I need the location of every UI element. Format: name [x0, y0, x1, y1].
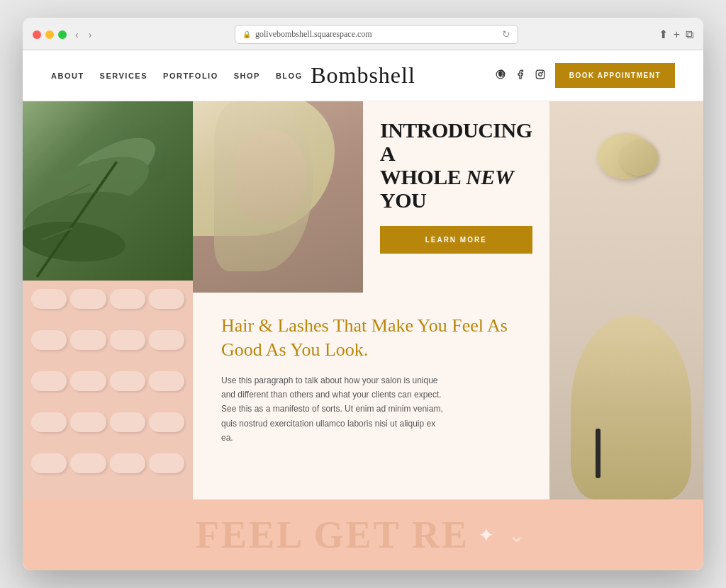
hair-bun-image	[549, 101, 703, 499]
arrow-decoration: ⌄	[508, 524, 525, 547]
facebook-icon[interactable]	[515, 69, 525, 82]
text-content: Hair & Lashes That Make You Feel As Good…	[193, 293, 549, 499]
svg-point-3	[542, 72, 542, 72]
forward-button[interactable]: ›	[86, 28, 95, 42]
browser-chrome: ‹ › 🔒 golivebombshell.squarespace.com ↻ …	[23, 18, 703, 50]
minimize-button[interactable]	[45, 30, 54, 39]
maximize-button[interactable]	[58, 30, 67, 39]
refresh-icon[interactable]: ↻	[502, 28, 510, 40]
windows-button[interactable]: ⧉	[686, 28, 693, 41]
site-header: ABOUT SERVICES PORTFOLIO SHOP BLOG Bombs…	[23, 50, 703, 101]
pinterest-icon[interactable]	[496, 69, 506, 82]
section-heading: Hair & Lashes That Make You Feel As Good…	[221, 314, 521, 362]
new-tab-button[interactable]: +	[674, 28, 680, 41]
svg-point-2	[538, 72, 542, 76]
close-button[interactable]	[33, 30, 41, 39]
back-button[interactable]: ‹	[72, 28, 82, 42]
browser-window: ‹ › 🔒 golivebombshell.squarespace.com ↻ …	[23, 18, 703, 570]
nav-shop[interactable]: SHOP	[234, 72, 260, 80]
content-below-hero: Hair & Lashes That Make You Feel As Good…	[193, 293, 549, 499]
svg-rect-1	[536, 70, 544, 79]
hero-headline: INTRODUCING A WHOLE NEW YOU	[380, 118, 532, 212]
section-body: Use this paragraph to talk about how you…	[221, 373, 448, 446]
nav-services[interactable]: SERVICES	[100, 72, 147, 80]
pills-image	[23, 281, 193, 499]
site-logo: Bombshell	[311, 62, 415, 89]
chrome-actions: ⬆ + ⧉	[659, 28, 693, 41]
hero-text-overlay: INTRODUCING A WHOLE NEW YOU LEARN MORE	[363, 101, 549, 293]
right-image-panel	[549, 101, 703, 499]
left-image-panel	[23, 101, 193, 499]
website: ABOUT SERVICES PORTFOLIO SHOP BLOG Bombs…	[23, 50, 703, 570]
bottom-section: FEEL GET RE ✦ ⌄	[23, 499, 703, 570]
url-text: golivebombshell.squarespace.com	[255, 29, 372, 40]
lock-icon: 🔒	[242, 30, 251, 38]
hero-section: INTRODUCING A WHOLE NEW YOU LEARN MORE H…	[23, 101, 703, 499]
traffic-lights	[33, 30, 67, 39]
bottom-text: FEEL GET RE	[196, 513, 469, 557]
nav-left: ABOUT SERVICES PORTFOLIO SHOP BLOG	[51, 72, 303, 80]
learn-more-button[interactable]: LEARN MORE	[380, 226, 532, 254]
nav-portfolio[interactable]: PORTFOLIO	[163, 72, 218, 80]
star-decoration: ✦	[478, 524, 494, 547]
nav-blog[interactable]: BLOG	[276, 72, 303, 80]
book-appointment-button[interactable]: BOOK APPOINTMENT	[555, 63, 675, 88]
address-bar[interactable]: 🔒 golivebombshell.squarespace.com ↻	[235, 25, 518, 44]
nav-about[interactable]: ABOUT	[51, 72, 84, 80]
center-panel: INTRODUCING A WHOLE NEW YOU LEARN MORE H…	[193, 101, 549, 499]
share-button[interactable]: ⬆	[659, 28, 668, 41]
leaf-image	[23, 101, 193, 281]
woman-portrait	[193, 101, 363, 293]
instagram-icon[interactable]	[535, 69, 545, 82]
nav-right: BOOK APPOINTMENT	[496, 63, 675, 88]
